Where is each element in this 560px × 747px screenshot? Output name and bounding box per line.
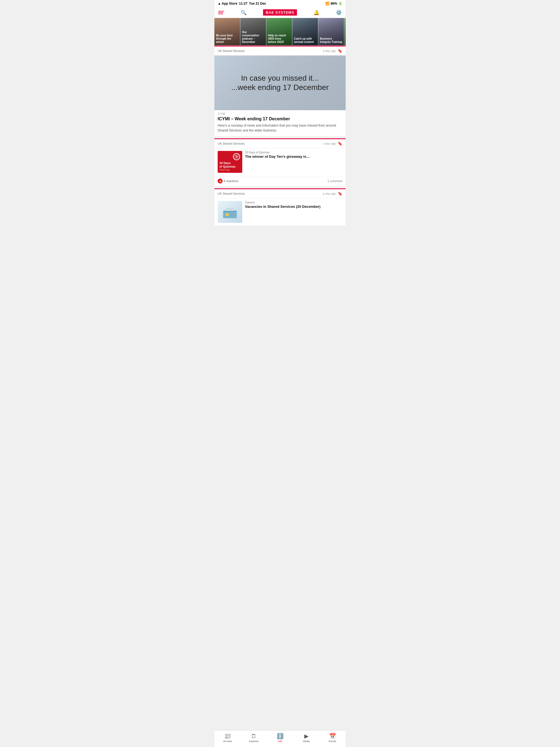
card-source: UK Shared Services: [218, 49, 245, 52]
post-title: Vacancies in Shared Services (20 Decembe…: [245, 205, 342, 209]
hamburger-line-3: [218, 14, 223, 14]
status-left: ▲ App Store 11:27 Tue 21 Dec: [218, 2, 266, 5]
svg-point-3: [231, 213, 234, 216]
card-title: ICYMI – Week ending 17 December: [214, 115, 346, 123]
carousel-item-label: Catch up with unread content: [294, 37, 316, 44]
svg-rect-1: [226, 208, 234, 212]
top-nav: 🔍 BAE SYSTEMS 🔔 ⚙️: [214, 7, 346, 18]
app-store-label: ▲ App Store: [218, 2, 237, 5]
battery-icon: 🔋: [338, 2, 342, 5]
card-time: a day ago 🔖: [323, 49, 342, 53]
status-bar: ▲ App Store 11:27 Tue 21 Dec 📶 86% 🔋: [214, 0, 346, 7]
comments-count: 1 comment: [328, 179, 342, 183]
card-time: a day ago 🔖: [323, 191, 342, 196]
thumb-label-2: of Quizmas: [219, 165, 235, 169]
post-card-body: ? 10 Days of Quizmas Final Day 10 Days o…: [214, 148, 346, 176]
gear-icon[interactable]: ⚙️: [336, 9, 342, 16]
post-title: The winner of Day Ten's giveaway is…: [245, 154, 342, 159]
brand-logo: BAE SYSTEMS: [263, 9, 297, 16]
hamburger-menu-button[interactable]: [218, 11, 224, 14]
svg-point-2: [226, 213, 229, 216]
card-excerpt: Here's a roundup of news and information…: [214, 123, 346, 136]
time: 11:27: [239, 2, 248, 5]
carousel-item-label: Business Integrity Training: [320, 37, 342, 44]
card-header: UK Shared Services a day ago 🔖: [214, 189, 346, 198]
bookmark-icon[interactable]: 🔖: [338, 191, 342, 196]
post-info: Careers Vacancies in Shared Services (20…: [245, 201, 342, 209]
hero-text: In case you missed it......week ending 1…: [231, 74, 329, 92]
post-category: Careers: [245, 201, 342, 204]
card-header: UK Shared Services a day ago 🔖: [214, 47, 346, 55]
post-category: 10 Days of Quizmas: [245, 151, 342, 154]
hamburger-line-2: [218, 12, 223, 13]
reaction-icon: 👍: [218, 179, 223, 183]
date: Tue 21 Dec: [249, 2, 266, 5]
carousel-item-label: Our conversation podcast – December: [242, 31, 264, 44]
card-timestamp: a day ago: [323, 142, 336, 145]
card-timestamp: a day ago: [323, 192, 336, 195]
hero-overlay: In case you missed it......week ending 1…: [214, 55, 346, 110]
card-time: a day ago 🔖: [323, 141, 342, 146]
hero-image: In case you missed it......week ending 1…: [214, 55, 346, 110]
svg-rect-4: [224, 211, 236, 212]
carousel-item-1[interactable]: Be your best through the winter: [214, 18, 240, 45]
feed-card-icymi[interactable]: UK Shared Services a day ago 🔖 In case y…: [214, 46, 346, 136]
thumb-image: [218, 201, 242, 223]
carousel-item-5[interactable]: Business Integrity Training: [318, 18, 344, 45]
post-card-body: Careers Vacancies in Shared Services (20…: [214, 198, 346, 226]
hamburger-line-1: [218, 11, 224, 11]
reactions: 👍 4 reactions: [218, 179, 238, 183]
thumb-label-1: 10 Days: [219, 161, 235, 165]
bookmark-icon[interactable]: 🔖: [338, 141, 342, 146]
card-source: UK Shared Services: [218, 142, 245, 145]
bell-icon[interactable]: 🔔: [313, 9, 320, 16]
feed-card-vacancies[interactable]: UK Shared Services a day ago 🔖: [214, 188, 346, 226]
carousel-item-label: Help us reach 3000 trees before 2022!: [268, 34, 290, 44]
carousel-item-2[interactable]: Our conversation podcast – December: [240, 18, 266, 45]
news-feed: UK Shared Services a day ago 🔖 In case y…: [214, 46, 346, 226]
battery-level: 86%: [331, 2, 337, 5]
thumb-label-3: Final Day: [219, 169, 235, 171]
card-timestamp: a day ago: [323, 49, 336, 52]
search-icon[interactable]: 🔍: [240, 9, 247, 16]
quiz-icon: ?: [233, 153, 240, 160]
card-footer: 👍 4 reactions 1 comment: [214, 177, 346, 186]
carousel-item-label: Be your best through the winter: [216, 34, 238, 44]
carousel-item-6[interactable]: FLEX: [344, 18, 346, 45]
svg-rect-0: [223, 210, 237, 218]
carousel-item-3[interactable]: Help us reach 3000 trees before 2022!: [266, 18, 292, 45]
wifi-icon: 📶: [325, 2, 330, 5]
content-carousel: Be your best through the winter Our conv…: [214, 18, 346, 46]
thumb-image: ? 10 Days of Quizmas Final Day: [218, 151, 242, 173]
feed-card-quizmas[interactable]: UK Shared Services a day ago 🔖 ? 10 Days…: [214, 138, 346, 186]
card-header: UK Shared Services a day ago 🔖: [214, 139, 346, 148]
carousel-item-4[interactable]: Catch up with unread content: [292, 18, 318, 45]
thumbnail: ? 10 Days of Quizmas Final Day: [218, 151, 242, 173]
bookmark-icon[interactable]: 🔖: [338, 49, 342, 53]
thumbnail: [218, 201, 242, 223]
status-right: 📶 86% 🔋: [325, 2, 342, 5]
card-tag: ICYMI: [214, 110, 346, 115]
post-info: 10 Days of Quizmas The winner of Day Ten…: [245, 151, 342, 159]
reaction-count: 4 reactions: [224, 179, 238, 183]
card-source: UK Shared Services: [218, 192, 245, 195]
